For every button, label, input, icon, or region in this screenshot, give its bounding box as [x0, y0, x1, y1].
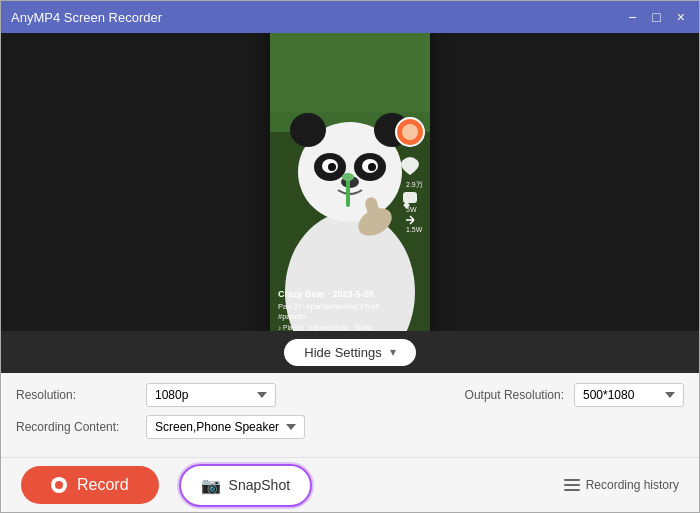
hide-settings-label: Hide Settings — [304, 345, 381, 360]
recording-history-label: Recording history — [586, 478, 679, 492]
svg-text:2.9万: 2.9万 — [406, 181, 423, 188]
close-button[interactable]: × — [673, 8, 689, 26]
record-button[interactable]: Record — [21, 466, 159, 504]
svg-text:1.5W: 1.5W — [406, 226, 423, 233]
svg-point-12 — [368, 163, 376, 171]
svg-text:Crazy Bear · 2023-5-28: Crazy Bear · 2023-5-28 — [278, 289, 374, 299]
svg-text:5W: 5W — [406, 206, 417, 213]
resolution-label: Resolution: — [16, 388, 136, 402]
resolution-select[interactable]: 1080p — [146, 383, 276, 407]
output-resolution-group: Output Resolution: 500*1080 — [465, 383, 684, 407]
panda-svg: 2.9万 5W 1.5W 11:22 ▲ ⚡ Crazy — [270, 33, 430, 331]
recording-history-button[interactable]: Recording history — [564, 478, 679, 492]
recording-content-label: Recording Content: — [16, 420, 136, 434]
phone-frame: 2.9万 5W 1.5W 11:22 ▲ ⚡ Crazy — [270, 33, 430, 331]
app-title: AnyMP4 Screen Recorder — [11, 10, 162, 25]
app-window: AnyMP4 Screen Recorder − □ × — [0, 0, 700, 513]
record-dot-icon — [51, 477, 67, 493]
action-bar: Record 📷 SnapShot Recording history — [1, 457, 699, 512]
video-area: 2.9万 5W 1.5W 11:22 ▲ ⚡ Crazy — [1, 33, 699, 331]
window-controls: − □ × — [624, 8, 689, 26]
svg-point-5 — [290, 113, 326, 147]
snapshot-button[interactable]: 📷 SnapShot — [179, 464, 313, 507]
svg-text:♪ Playlist · Eat broadcast · @: ♪ Playlist · Eat broadcast · @cike — [278, 324, 373, 331]
settings-row-content: Recording Content: Screen,Phone Speaker — [16, 415, 684, 439]
recording-content-select[interactable]: Screen,Phone Speaker — [146, 415, 305, 439]
hamburger-icon — [564, 479, 580, 491]
chevron-down-icon: ▾ — [390, 345, 396, 359]
output-resolution-select[interactable]: 500*1080 — [574, 383, 684, 407]
maximize-button[interactable]: □ — [648, 8, 664, 26]
hide-settings-area: Hide Settings ▾ — [1, 331, 699, 373]
camera-icon: 📷 — [201, 476, 221, 495]
svg-rect-14 — [346, 177, 350, 207]
svg-point-19 — [402, 124, 418, 140]
svg-text:#pandas: #pandas — [278, 312, 307, 321]
snapshot-label: SnapShot — [229, 477, 291, 493]
svg-point-15 — [342, 173, 354, 181]
svg-text:Part 27: #panda#animal #ToyF: Part 27: #panda#animal #ToyF — [278, 302, 381, 311]
settings-panel: Resolution: 1080p Output Resolution: 500… — [1, 373, 699, 457]
phone-content: 2.9万 5W 1.5W 11:22 ▲ ⚡ Crazy — [270, 33, 430, 331]
title-bar: AnyMP4 Screen Recorder − □ × — [1, 1, 699, 33]
minimize-button[interactable]: − — [624, 8, 640, 26]
settings-row-resolution: Resolution: 1080p Output Resolution: 500… — [16, 383, 684, 407]
svg-rect-21 — [403, 192, 417, 203]
record-label: Record — [77, 476, 129, 494]
svg-point-11 — [328, 163, 336, 171]
output-resolution-label: Output Resolution: — [465, 388, 564, 402]
svg-rect-2 — [270, 33, 430, 112]
hide-settings-button[interactable]: Hide Settings ▾ — [284, 339, 415, 366]
